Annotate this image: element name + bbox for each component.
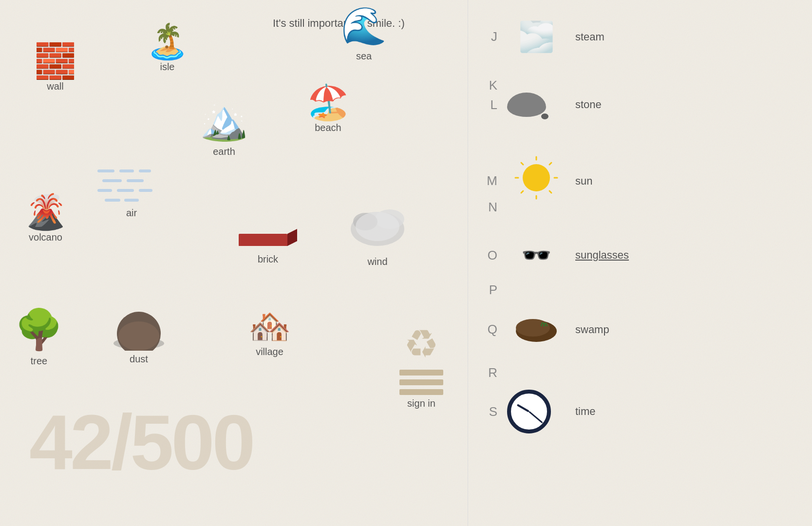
svg-rect-2 xyxy=(239,234,287,246)
item-brick: brick xyxy=(239,219,297,265)
sidebar-letter-p: P xyxy=(478,282,497,298)
earth-icon: 🏔️ xyxy=(200,97,248,143)
sidebar-item-sunglasses: O 🕶️ sunglasses xyxy=(478,241,629,269)
item-dust: dust xyxy=(112,307,166,365)
sign-in-label: sign in xyxy=(407,398,435,409)
svg-line-15 xyxy=(549,191,551,193)
air-label: air xyxy=(126,207,137,219)
brick-label: brick xyxy=(258,254,278,265)
steam-icon: 🌫️ xyxy=(507,19,566,54)
item-sea: 🌊 sea xyxy=(341,5,387,62)
item-volcano: 🌋 volcano xyxy=(24,195,67,243)
wind-label: wind xyxy=(367,256,387,267)
beach-label: beach xyxy=(315,122,341,133)
tree-icon: 🌳 xyxy=(15,307,63,353)
sidebar-letter-o: O xyxy=(478,248,497,263)
svg-point-7 xyxy=(356,212,399,241)
sunglasses-label[interactable]: sunglasses xyxy=(575,249,629,262)
steam-label: steam xyxy=(575,31,604,43)
sidebar-letter-l: L xyxy=(478,97,497,113)
sidebar-item-r: R xyxy=(478,365,497,380)
sidebar-item-n: N xyxy=(478,200,497,215)
sunglasses-icon: 🕶️ xyxy=(507,241,566,269)
brick-icon xyxy=(239,219,297,251)
svg-point-21 xyxy=(516,319,550,337)
sun-icon xyxy=(507,156,566,206)
main-area: 42/500 🧱 wall 🏝️ isle 🌊 sea 🏖️ beach 🏔️ … xyxy=(0,0,468,526)
earth-label: earth xyxy=(213,146,235,157)
dust-icon xyxy=(112,307,166,351)
sidebar-letter-r: R xyxy=(478,365,497,380)
svg-point-11 xyxy=(523,164,550,191)
hamburger-icon xyxy=(399,370,443,395)
item-isle: 🏝️ isle xyxy=(146,24,189,73)
sidebar: J 🌫️ steam K L stone M xyxy=(468,0,812,526)
volcano-icon: 🌋 xyxy=(24,195,67,229)
item-air: air xyxy=(97,166,166,219)
sidebar-letter-m: M xyxy=(478,173,497,188)
item-sign-in: ♻ sign in xyxy=(399,321,443,409)
stone-label: stone xyxy=(575,98,602,111)
swamp-label: swamp xyxy=(575,323,609,336)
sidebar-item-sun: M sun xyxy=(478,156,592,206)
wall-icon: 🧱 xyxy=(34,44,76,78)
sidebar-letter-n: N xyxy=(478,200,497,215)
svg-marker-3 xyxy=(287,229,297,246)
sidebar-item-swamp: Q swamp xyxy=(478,309,609,350)
wall-label: wall xyxy=(47,81,63,92)
sidebar-item-steam: J 🌫️ steam xyxy=(478,19,604,54)
sidebar-item-p: P xyxy=(478,282,497,298)
isle-icon: 🏝️ xyxy=(146,24,189,58)
sidebar-letter-q: Q xyxy=(478,322,497,337)
village-label: village xyxy=(256,346,283,357)
air-icon xyxy=(97,166,166,205)
sidebar-item-time: S time xyxy=(478,390,596,433)
dust-label: dust xyxy=(130,354,148,365)
swamp-icon xyxy=(507,309,566,350)
sea-label: sea xyxy=(356,51,372,62)
recycle-icon: ♻ xyxy=(404,321,439,367)
sidebar-item-k: K xyxy=(478,78,497,93)
village-icon: 🏘️ xyxy=(248,309,291,343)
time-label: time xyxy=(575,405,596,418)
item-tree: 🌳 tree xyxy=(15,307,63,367)
sidebar-letter-j: J xyxy=(478,29,497,44)
stone-icon xyxy=(507,93,566,117)
item-village: 🏘️ village xyxy=(248,309,291,357)
svg-line-17 xyxy=(521,191,523,193)
item-earth: 🏔️ earth xyxy=(200,97,248,157)
beach-icon: 🏖️ xyxy=(307,85,349,119)
wind-icon xyxy=(346,205,409,253)
item-wind: wind xyxy=(346,205,409,267)
isle-label: isle xyxy=(160,61,174,73)
item-wall: 🧱 wall xyxy=(34,44,76,92)
tree-label: tree xyxy=(31,356,47,367)
score-overlay: 42/500 xyxy=(29,397,253,487)
sidebar-item-stone: L stone xyxy=(478,93,602,117)
volcano-label: volcano xyxy=(29,232,62,243)
svg-point-10 xyxy=(118,321,159,351)
clock-icon xyxy=(507,390,566,433)
sidebar-letter-k: K xyxy=(478,78,497,93)
sidebar-letter-s: S xyxy=(478,404,497,419)
sun-label: sun xyxy=(575,175,592,188)
item-beach: 🏖️ beach xyxy=(307,85,349,133)
svg-line-13 xyxy=(549,163,551,165)
svg-line-19 xyxy=(521,163,523,165)
